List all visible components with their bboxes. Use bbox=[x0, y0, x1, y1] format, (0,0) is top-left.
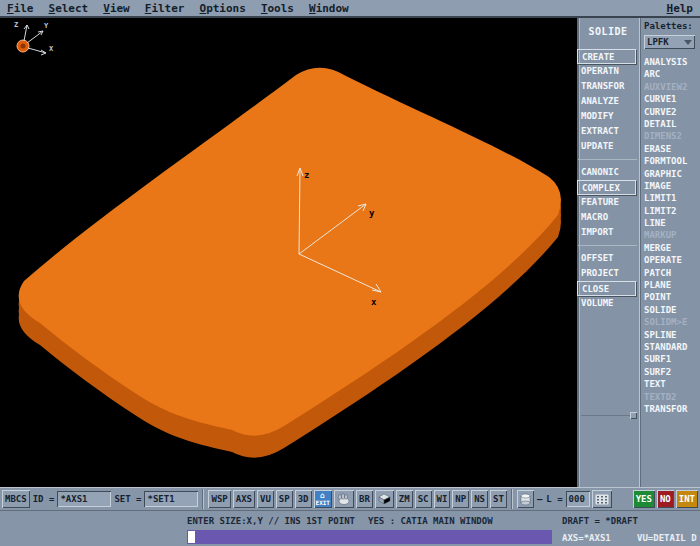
3d-button[interactable]: 3D bbox=[295, 490, 312, 508]
funcpad-item-macro[interactable]: MACRO bbox=[577, 210, 639, 225]
palette-item[interactable]: MERGE bbox=[644, 242, 700, 254]
br-button[interactable]: BR bbox=[356, 490, 373, 508]
layer-filter-button[interactable] bbox=[517, 490, 534, 508]
id-field[interactable]: *AXS1 bbox=[57, 491, 111, 507]
funcpad-item-extract[interactable]: EXTRACT bbox=[577, 124, 639, 139]
funcpad-item-create[interactable]: CREATE bbox=[577, 49, 636, 64]
funcpad-item-close[interactable]: CLOSE bbox=[577, 281, 636, 296]
solid-slab[interactable] bbox=[19, 68, 561, 458]
viewport-3d[interactable]: z y x Z Y X bbox=[0, 18, 577, 487]
palette-item[interactable]: GRAPHIC bbox=[644, 168, 700, 180]
text-cursor bbox=[188, 531, 195, 543]
palette-item[interactable]: LIMIT2 bbox=[644, 205, 700, 217]
palette-item[interactable]: SURF2 bbox=[644, 366, 700, 378]
funcpad-item-canonic[interactable]: CANONIC bbox=[577, 165, 639, 180]
dropdown-handle-icon bbox=[684, 40, 692, 45]
palette-item[interactable]: LINE bbox=[644, 217, 700, 229]
funcpad-item-import[interactable]: IMPORT bbox=[577, 225, 639, 240]
layer-field[interactable]: 000 bbox=[566, 491, 590, 507]
palette-item[interactable]: STANDARD bbox=[644, 341, 700, 353]
sc-button[interactable]: SC bbox=[415, 490, 432, 508]
hand-tool-button[interactable] bbox=[334, 490, 354, 508]
command-input[interactable] bbox=[187, 530, 552, 544]
palette-item[interactable]: ARC bbox=[644, 68, 700, 80]
id-label: ID = bbox=[32, 494, 56, 504]
palette-item[interactable]: ERASE bbox=[644, 143, 700, 155]
palette-item[interactable]: POINT bbox=[644, 291, 700, 303]
triad-x-label: x bbox=[371, 297, 377, 307]
model-axis-icon[interactable]: Z Y X bbox=[14, 21, 54, 55]
panel-resize-handle[interactable] bbox=[630, 412, 637, 419]
keypad-button[interactable] bbox=[592, 490, 612, 508]
palette-item[interactable]: FORMTOOL bbox=[644, 155, 700, 167]
ns-button[interactable]: NS bbox=[471, 490, 488, 508]
vu-button[interactable]: VU bbox=[257, 490, 274, 508]
np-button[interactable]: NP bbox=[452, 490, 469, 508]
palette-item[interactable]: DETAIL bbox=[644, 118, 700, 130]
draft-status-text: DRAFT = *DRAFT bbox=[562, 516, 638, 526]
palette-item[interactable]: IMAGE bbox=[644, 180, 700, 192]
palette-item[interactable]: SOLIDE bbox=[644, 304, 700, 316]
palette-item: TEXTD2 bbox=[644, 391, 700, 403]
triad-z-label: z bbox=[304, 170, 309, 180]
set-field[interactable]: *SET1 bbox=[144, 491, 198, 507]
function-pad: SOLIDE CREATE OPERATN TRANSFOR ANALYZE M… bbox=[577, 18, 639, 487]
palette-item[interactable]: TEXT bbox=[644, 378, 700, 390]
menu-tools[interactable]: Tools bbox=[261, 2, 294, 15]
funcpad-item-transfor[interactable]: TRANSFOR bbox=[577, 79, 639, 94]
funcpad-item-analyze[interactable]: ANALYZE bbox=[577, 94, 639, 109]
keypad-icon bbox=[595, 494, 609, 505]
layer-label: L = bbox=[545, 494, 563, 504]
palette-item[interactable]: TRANSFOR bbox=[644, 403, 700, 415]
palettes-panel: Palettes: LPFK ANALYSIS ARC AUXVIEW2 CUR… bbox=[639, 18, 700, 487]
palette-item[interactable]: ANALYSIS bbox=[644, 56, 700, 68]
no-button[interactable]: NO bbox=[657, 490, 674, 508]
funcpad-item-update[interactable]: UPDATE bbox=[577, 139, 639, 154]
palette-item[interactable]: LIMIT1 bbox=[644, 192, 700, 204]
menu-help[interactable]: Help bbox=[667, 2, 694, 15]
wi-button[interactable]: WI bbox=[434, 490, 451, 508]
funcpad-item-offset[interactable]: OFFSET bbox=[577, 251, 639, 266]
palette-item[interactable]: CURVE1 bbox=[644, 93, 700, 105]
menu-bar: File Select View Filter Options Tools Wi… bbox=[0, 0, 700, 18]
int-button[interactable]: INT bbox=[676, 490, 698, 508]
zm-button[interactable]: ZM bbox=[396, 490, 413, 508]
model-axis-y-label: Y bbox=[44, 22, 49, 30]
funcpad-separator bbox=[578, 159, 637, 160]
palette-selector[interactable]: LPFK bbox=[644, 35, 695, 49]
palette-item: DIMENS2 bbox=[644, 130, 700, 142]
hand-icon bbox=[337, 493, 351, 505]
axs-button[interactable]: AXS bbox=[233, 490, 255, 508]
funcpad-item-operatn[interactable]: OPERATN bbox=[577, 64, 639, 79]
funcpad-item-volume[interactable]: VOLUME bbox=[577, 296, 639, 311]
exit-button[interactable]: ⌂ EXIT bbox=[314, 490, 332, 508]
palette-item[interactable]: PLANE bbox=[644, 279, 700, 291]
menu-view[interactable]: View bbox=[103, 2, 130, 15]
funcpad-item-project[interactable]: PROJECT bbox=[577, 266, 639, 281]
yes-button[interactable]: YES bbox=[633, 490, 655, 508]
wsp-button[interactable]: WSP bbox=[208, 490, 230, 508]
menu-file[interactable]: File bbox=[7, 2, 34, 15]
mbcs-button[interactable]: MBCS bbox=[2, 490, 30, 508]
funcpad-item-feature[interactable]: FEATURE bbox=[577, 195, 639, 210]
funcpad-title: SOLIDE bbox=[577, 26, 639, 37]
shaded-view-button[interactable] bbox=[375, 490, 394, 508]
palette-item[interactable]: PATCH bbox=[644, 267, 700, 279]
palette-list: ANALYSIS ARC AUXVIEW2 CURVE1 CURVE2 DETA… bbox=[644, 56, 700, 415]
st-button[interactable]: ST bbox=[490, 490, 507, 508]
menu-select[interactable]: Select bbox=[49, 2, 89, 15]
palette-item[interactable]: CURVE2 bbox=[644, 106, 700, 118]
palette-item[interactable]: SURF1 bbox=[644, 353, 700, 365]
menu-options[interactable]: Options bbox=[200, 2, 246, 15]
funcpad-divider bbox=[581, 415, 631, 416]
menu-filter[interactable]: Filter bbox=[145, 2, 185, 15]
palette-item[interactable]: OPERATE bbox=[644, 254, 700, 266]
sp-button[interactable]: SP bbox=[276, 490, 293, 508]
exit-icon: ⌂ bbox=[320, 492, 325, 499]
prompt-text: ENTER SIZE:X,Y // INS 1ST POINT bbox=[187, 516, 355, 526]
menu-window[interactable]: Window bbox=[309, 2, 349, 15]
palette-item[interactable]: SPLINE bbox=[644, 329, 700, 341]
funcpad-item-complex[interactable]: COMPLEX bbox=[577, 180, 636, 195]
toolbar-separator bbox=[202, 489, 204, 509]
funcpad-item-modify[interactable]: MODIFY bbox=[577, 109, 639, 124]
